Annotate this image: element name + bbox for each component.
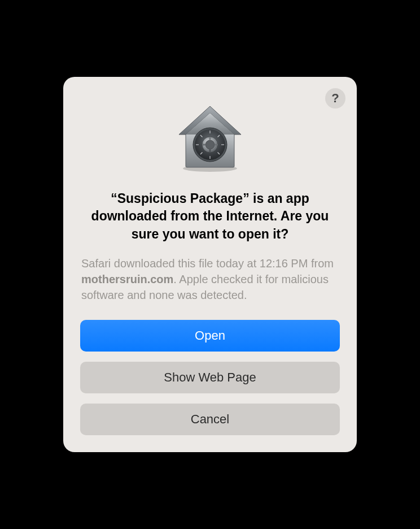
show-web-page-button-label: Show Web Page	[164, 370, 256, 385]
dialog-icon-container	[80, 99, 340, 173]
security-house-icon	[173, 99, 247, 173]
show-web-page-button[interactable]: Show Web Page	[80, 362, 340, 393]
svg-point-13	[205, 140, 215, 149]
svg-rect-14	[209, 137, 211, 140]
cancel-button-label: Cancel	[191, 412, 229, 427]
subtitle-domain: mothersruin.com	[81, 273, 173, 285]
open-button-label: Open	[195, 328, 225, 343]
svg-rect-17	[215, 144, 218, 146]
help-button[interactable]: ?	[325, 88, 345, 109]
svg-rect-15	[209, 149, 211, 153]
gatekeeper-dialog: ?	[63, 77, 357, 452]
dialog-subtitle: Safari downloaded this file today at 12:…	[80, 255, 340, 303]
help-icon: ?	[331, 91, 339, 106]
dialog-title: “Suspicious Package” is an app downloade…	[80, 190, 340, 242]
svg-rect-16	[202, 144, 205, 146]
cancel-button[interactable]: Cancel	[80, 404, 340, 435]
subtitle-prefix: Safari downloaded this file today at 12:…	[81, 257, 334, 270]
open-button[interactable]: Open	[80, 320, 340, 352]
